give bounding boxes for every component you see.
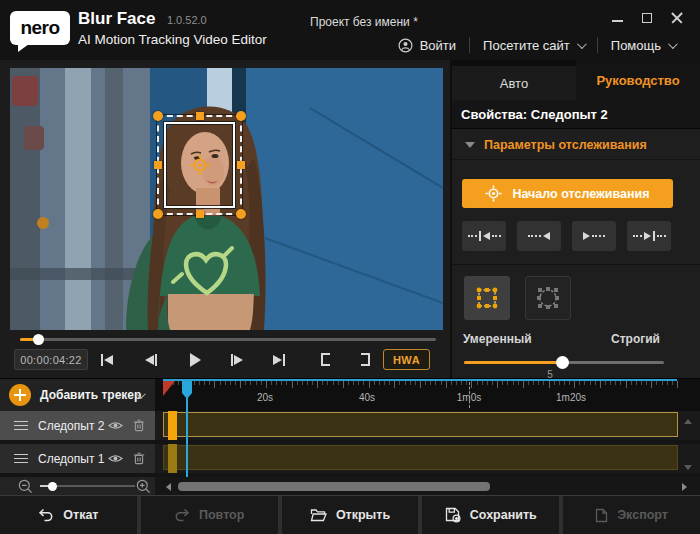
start-tracking-label: Начало отслеживания <box>512 187 649 201</box>
hwa-toggle-button[interactable]: HWA <box>383 349 430 370</box>
seek-thumb[interactable] <box>33 334 44 345</box>
strictness-slider[interactable] <box>464 356 664 368</box>
mark-out-button[interactable] <box>350 349 380 370</box>
tracking-box[interactable] <box>157 115 242 215</box>
skip-start-icon <box>101 354 103 366</box>
section-title: Параметры отслеживания <box>484 138 647 152</box>
undo-icon <box>38 508 54 522</box>
undo-button[interactable]: Откат <box>0 496 137 534</box>
drag-handle-icon[interactable] <box>14 454 28 464</box>
skip-start-button[interactable] <box>92 349 122 370</box>
timecode-display: 00:00:04:22 <box>14 349 88 370</box>
tracking-handle-bottom-right[interactable] <box>236 209 246 219</box>
track-row-sledopyt-2[interactable]: Следопыт 2 <box>0 411 700 442</box>
tracked-segment <box>168 444 177 473</box>
mark-in-button[interactable] <box>310 349 340 370</box>
zoom-out-icon[interactable] <box>18 479 33 494</box>
tracking-handle-top-right[interactable] <box>236 111 246 121</box>
zoom-in-icon[interactable] <box>136 479 151 494</box>
skip-end-button[interactable] <box>264 349 294 370</box>
help-menu[interactable]: Помощь <box>598 38 688 53</box>
eye-icon[interactable] <box>108 420 123 431</box>
start-tracking-button[interactable]: Начало отслеживания <box>462 179 673 208</box>
play-button[interactable] <box>180 349 210 370</box>
login-label: Войти <box>420 38 456 53</box>
prev-frame-button[interactable] <box>136 349 166 370</box>
mode-tabs: Авто Руководство <box>452 60 700 100</box>
track-clip-bar[interactable] <box>163 412 678 437</box>
mark-in-icon <box>321 353 330 366</box>
open-button[interactable]: Открыть <box>282 496 419 534</box>
visit-site-menu[interactable]: Посетите сайт <box>470 38 597 53</box>
track-clip-bar[interactable] <box>163 445 678 470</box>
bottom-toolbar: Откат Повтор Открыть Сохранить Эксп <box>0 495 700 534</box>
prev-frame-icon <box>145 355 154 365</box>
ellipse-mask-button[interactable] <box>525 276 571 320</box>
tab-auto[interactable]: Авто <box>452 66 576 100</box>
horizontal-scrollbar-thumb[interactable] <box>178 482 490 491</box>
tracking-handle-bottom-left[interactable] <box>153 209 163 219</box>
tracking-target-icon[interactable] <box>189 154 211 176</box>
track-lane[interactable] <box>155 411 700 442</box>
tracking-handle-top[interactable] <box>196 112 204 120</box>
maximize-button[interactable] <box>632 8 662 28</box>
track-to-end-button[interactable] <box>627 221 671 251</box>
chevron-down-icon <box>577 39 587 49</box>
trash-icon[interactable] <box>133 452 145 465</box>
user-icon <box>398 38 413 53</box>
add-tracker-button[interactable]: Добавить трекер <box>0 379 155 411</box>
seek-track[interactable] <box>20 338 436 341</box>
timeline-zoom-thumb[interactable] <box>48 482 57 491</box>
track-label[interactable]: Следопыт 2 <box>0 411 155 442</box>
save-button[interactable]: Сохранить <box>422 496 559 534</box>
open-label: Открыть <box>336 508 390 522</box>
scroll-down-arrow[interactable] <box>684 465 692 470</box>
seek-bar[interactable] <box>20 334 436 344</box>
track-forward-button[interactable] <box>572 221 616 251</box>
scroll-left-arrow[interactable] <box>166 483 171 491</box>
redo-button[interactable]: Повтор <box>141 496 278 534</box>
scroll-right-arrow[interactable] <box>682 483 687 491</box>
track-lane[interactable] <box>155 444 700 475</box>
window-controls <box>602 8 692 28</box>
strictness-max-label: Строгий <box>611 332 660 346</box>
timeline-header: Добавить трекер 20s 40s 1m0s 1m20s <box>0 379 700 411</box>
trash-icon[interactable] <box>133 419 145 432</box>
eye-icon[interactable] <box>108 453 123 464</box>
redo-label: Повтор <box>199 508 244 522</box>
strictness-slider-thumb[interactable] <box>556 356 569 369</box>
rect-mask-button[interactable] <box>464 276 510 320</box>
login-button[interactable]: Войти <box>385 38 469 53</box>
minimize-button[interactable] <box>602 8 632 28</box>
export-icon <box>595 508 608 523</box>
ruler-label-1m20s: 1m20s <box>556 392 586 403</box>
video-preview[interactable] <box>10 68 443 330</box>
strictness-slider-fill <box>464 361 562 364</box>
tab-manual[interactable]: Руководство <box>576 60 700 100</box>
tracking-handle-left[interactable] <box>154 161 162 169</box>
drag-handle-icon[interactable] <box>14 421 28 431</box>
close-button[interactable] <box>662 8 692 28</box>
playhead[interactable] <box>182 381 192 398</box>
tracking-handle-top-left[interactable] <box>153 111 163 121</box>
app-version: 1.0.52.0 <box>167 14 207 26</box>
scroll-up-arrow[interactable] <box>684 419 692 424</box>
skip-start-icon <box>479 231 481 241</box>
properties-title: Свойства: Следопыт 2 <box>452 100 700 129</box>
next-frame-button[interactable] <box>222 349 252 370</box>
timeline-ruler[interactable]: 20s 40s 1m0s 1m20s <box>155 379 700 411</box>
help-label: Помощь <box>611 38 661 53</box>
undo-label: Откат <box>63 508 98 522</box>
track-backward-button[interactable] <box>517 221 561 251</box>
tracking-parameters-section[interactable]: Параметры отслеживания <box>452 130 700 160</box>
tracking-handle-bottom[interactable] <box>196 210 204 218</box>
close-icon <box>671 12 683 24</box>
track-to-start-button[interactable] <box>462 221 506 251</box>
tracking-handle-right[interactable] <box>237 161 245 169</box>
track-row-sledopyt-1[interactable]: Следопыт 1 <box>0 444 700 475</box>
export-button[interactable]: Экспорт <box>563 496 700 534</box>
properties-panel: Авто Руководство Свойства: Следопыт 2 Па… <box>450 60 700 378</box>
track-label[interactable]: Следопыт 1 <box>0 444 155 475</box>
add-icon <box>9 384 31 406</box>
mark-out-icon <box>361 353 370 366</box>
